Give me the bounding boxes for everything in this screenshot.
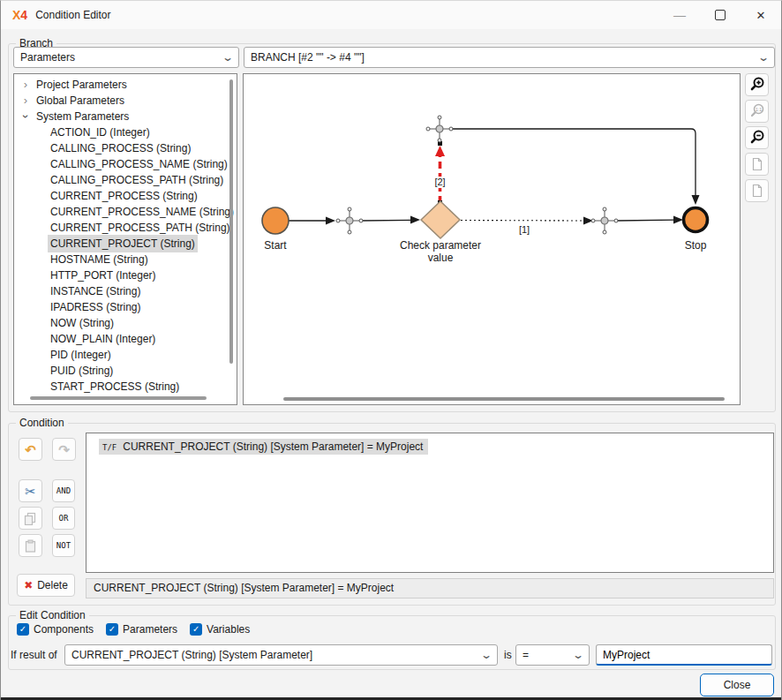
checkbox-checked-icon: ✓ — [106, 623, 118, 636]
copy-button[interactable] — [19, 507, 42, 530]
delete-button[interactable]: ✖ Delete — [17, 574, 75, 597]
edge-to-decision[interactable] — [361, 220, 411, 221]
tree-item-label: PUID (String) — [48, 362, 116, 380]
tree-item-label: NOW_PLAIN (Integer) — [48, 330, 158, 348]
variables-checkbox[interactable]: ✓ Variables — [190, 623, 250, 636]
tree-item-current-process[interactable]: CURRENT_PROCESS (String) — [14, 188, 237, 204]
and-label: AND — [56, 486, 71, 495]
checkbox-checked-icon: ✓ — [190, 623, 202, 636]
tree-item-label: ACTION_ID (Integer) — [48, 124, 153, 141]
stop-node[interactable] — [684, 208, 708, 232]
is-label: is — [504, 644, 512, 666]
branch-dropdown-value: BRANCH [#2 "" -> #4 ""] — [251, 51, 365, 64]
condition-list-item[interactable]: T/FCURRENT_PROJECT (String) [System Para… — [99, 439, 428, 455]
tree-item-hostname[interactable]: HOSTNAME (String) — [14, 252, 237, 267]
zoom-100-icon: 1:1 — [749, 103, 765, 119]
start-node[interactable] — [262, 207, 289, 234]
redo-button[interactable]: ↷ — [52, 438, 76, 461]
condition-editor-window: X4 Condition Editor — ✕ Branch Parameter… — [0, 0, 782, 700]
fit-width-button[interactable] — [745, 179, 769, 202]
parameter-tree: ›Project Parameters ›Global Parameters ›… — [13, 73, 237, 405]
or-button[interactable]: OR — [52, 507, 75, 530]
tree-item-now-plain[interactable]: NOW_PLAIN (Integer) — [14, 331, 237, 347]
tree-item-label: HTTP_PORT (Integer) — [48, 267, 159, 284]
tree-item-label: Project Parameters — [34, 76, 130, 94]
edit-condition-groupbox: Edit Condition ✓ Components ✓ Parameters… — [8, 615, 776, 670]
tree-item-global-parameters[interactable]: ›Global Parameters — [14, 93, 237, 109]
close-button[interactable]: Close — [700, 674, 774, 696]
tree-item-label: CURRENT_PROCESS (String) — [48, 187, 200, 205]
edge-to-stop[interactable] — [617, 220, 674, 221]
condition-item-text: CURRENT_PROJECT (String) [System Paramet… — [123, 440, 423, 453]
tree-item-project-parameters[interactable]: ›Project Parameters — [14, 77, 237, 93]
decision-node[interactable] — [421, 201, 460, 238]
edge-branch2-return[interactable] — [451, 129, 696, 195]
tree-item-label: System Parameters — [34, 108, 132, 125]
tree-item-current-process-name[interactable]: CURRENT_PROCESS_NAME (String) — [14, 204, 237, 220]
zoom-out-icon — [749, 130, 765, 146]
branch1-label: [1] — [519, 224, 530, 235]
chevron-down-icon[interactable]: › — [18, 112, 34, 121]
arrowhead-up-red-icon — [435, 146, 445, 156]
junction-node[interactable] — [336, 207, 363, 234]
operator-value: = — [523, 649, 529, 661]
svg-text:1:1: 1:1 — [756, 107, 762, 112]
close-window-button[interactable]: ✕ — [741, 1, 781, 29]
tree-item-current-project[interactable]: CURRENT_PROJECT (String) — [14, 236, 237, 252]
tree-item-instance[interactable]: INSTANCE (String) — [14, 283, 237, 299]
zoom-in-button[interactable] — [745, 73, 769, 96]
tree-item-label: START_PROCESS (String) — [48, 378, 182, 395]
fit-page-button[interactable] — [745, 153, 769, 176]
condition-groupbox: Condition ↶ ↷ ✂ AND OR NOT ✖ Delete T/FC… — [8, 423, 776, 606]
parameter-select-dropdown[interactable]: CURRENT_PROJECT (String) [System Paramet… — [64, 644, 498, 666]
process-diagram[interactable]: [1] [2] Start Chec — [244, 74, 740, 404]
chevron-right-icon[interactable]: › — [21, 77, 30, 93]
junction-node[interactable] — [591, 207, 618, 234]
tree-item-calling-process-name[interactable]: CALLING_PROCESS_NAME (String) — [14, 156, 237, 172]
parameters-label: Parameters — [123, 623, 177, 636]
process-diagram-panel: [1] [2] Start Chec — [243, 73, 741, 405]
chevron-right-icon[interactable]: › — [21, 93, 30, 109]
parameter-category-dropdown[interactable]: Parameters ⌄ — [13, 47, 239, 68]
not-button[interactable]: NOT — [52, 534, 75, 557]
and-button[interactable]: AND — [52, 479, 75, 502]
diagram-horizontal-scrollbar[interactable] — [283, 397, 725, 401]
maximize-button[interactable] — [700, 1, 741, 29]
undo-button[interactable]: ↶ — [19, 438, 42, 461]
cut-button[interactable]: ✂ — [19, 479, 42, 502]
logo-4: 4 — [20, 8, 27, 22]
tree-item-current-process-path[interactable]: CURRENT_PROCESS_PATH (String) — [14, 220, 237, 236]
tree-horizontal-scrollbar[interactable] — [30, 396, 207, 400]
arrowhead-right-icon — [673, 216, 683, 224]
tree-item-now[interactable]: NOW (String) — [14, 315, 237, 331]
tree-vertical-scrollbar[interactable] — [229, 79, 233, 364]
tree-item-calling-process-path[interactable]: CALLING_PROCESS_PATH (String) — [14, 172, 237, 188]
tree-item-label: INSTANCE (String) — [48, 282, 143, 300]
edge-branch1[interactable] — [461, 221, 583, 222]
checkbox-checked-icon: ✓ — [17, 623, 29, 636]
paste-button[interactable] — [19, 534, 42, 557]
tree-item-pid[interactable]: PID (Integer) — [14, 347, 237, 363]
parameters-checkbox[interactable]: ✓ Parameters — [106, 623, 177, 636]
start-node-label: Start — [264, 239, 287, 252]
tree-item-system-parameters[interactable]: ›System Parameters — [14, 109, 237, 124]
junction-node[interactable] — [426, 116, 453, 142]
value-input[interactable] — [596, 644, 772, 666]
tree-item-ipadress[interactable]: IPADRESS (String) — [14, 299, 237, 315]
tree-item-action-id[interactable]: ACTION_ID (Integer) — [14, 124, 237, 140]
zoom-out-button[interactable] — [745, 126, 769, 149]
zoom-100-button[interactable]: 1:1 — [745, 100, 769, 123]
operator-dropdown[interactable]: = ⌄ — [515, 644, 590, 666]
tree-item-puid[interactable]: PUID (String) — [14, 363, 237, 379]
decision-node-label-line2: value — [428, 252, 454, 264]
tree-item-http-port[interactable]: HTTP_PORT (Integer) — [14, 267, 237, 283]
branch-dropdown[interactable]: BRANCH [#2 "" -> #4 ""] ⌄ — [244, 47, 775, 68]
not-label: NOT — [56, 541, 71, 550]
minimize-button[interactable]: — — [659, 1, 700, 29]
condition-list[interactable]: T/FCURRENT_PROJECT (String) [System Para… — [86, 433, 774, 573]
tree-item-start-process[interactable]: START_PROCESS (String) — [14, 379, 237, 395]
truefalse-icon: T/F — [102, 443, 117, 452]
tree-item-calling-process[interactable]: CALLING_PROCESS (String) — [14, 140, 237, 156]
tree-item-label: CALLING_PROCESS (String) — [48, 139, 193, 157]
components-checkbox[interactable]: ✓ Components — [17, 623, 94, 636]
